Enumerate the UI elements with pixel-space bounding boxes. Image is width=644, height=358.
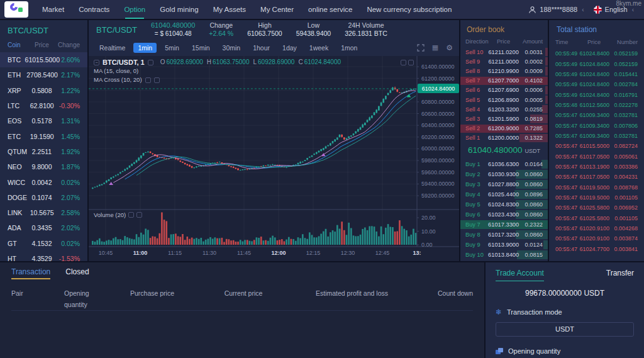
timeframe-30min[interactable]: 30min xyxy=(218,43,245,53)
market-row[interactable]: LTC62.8100-0.30% xyxy=(0,98,87,113)
trade-row: 00:55:4761017.05000.005061 xyxy=(549,151,644,161)
pane-tool-icon[interactable] xyxy=(408,60,414,65)
tab-transaction[interactable]: Transaction xyxy=(11,267,50,279)
legend-tool-icon[interactable] xyxy=(148,60,153,65)
timeframe-Realtime[interactable]: Realtime xyxy=(95,43,130,53)
positions-panel: TransactionClosed Pair Opening quantity … xyxy=(0,262,484,358)
volume-close-icon[interactable] xyxy=(136,212,142,218)
sell-order-row[interactable]: Sell 761207.70000.4102 xyxy=(460,76,548,86)
col-price[interactable]: Price xyxy=(31,42,52,48)
timeframe-1week[interactable]: 1week xyxy=(305,43,333,53)
coin-change: 2.58% xyxy=(54,209,80,216)
timeframe-5min[interactable]: 5min xyxy=(160,43,184,53)
trade-time: 00:55:47 xyxy=(555,133,579,139)
nav-item-new-currency-subscription[interactable]: New currency subscription xyxy=(367,0,452,19)
buy-order-row[interactable]: Buy 761017.33000.2322 xyxy=(460,220,548,230)
market-row[interactable]: DOGE0.10742.07% xyxy=(0,190,87,205)
coin-price: 0.5808 xyxy=(31,87,52,94)
trades-header: Time Price Number xyxy=(549,38,644,48)
sell-order-row[interactable]: Sell 261200.90000.7285 xyxy=(460,124,548,133)
pane-tool-icon[interactable] xyxy=(401,60,406,65)
nav-item-option[interactable]: Option xyxy=(124,0,145,19)
market-row[interactable]: NEO9.80001.87% xyxy=(0,159,87,174)
market-row[interactable]: WICC0.00420.02% xyxy=(0,174,87,189)
buy-order-row[interactable]: Buy 361027.88000.0860 xyxy=(460,179,548,189)
sell-order-row[interactable]: Sell 1061211.02000.0031 xyxy=(460,47,548,57)
order-price: 61211.0000 xyxy=(488,59,518,65)
market-row[interactable]: GT4.15320.02% xyxy=(0,236,87,251)
trade-number: 0.015441 xyxy=(609,71,638,77)
sell-order-row[interactable]: Sell 161200.00000.1322 xyxy=(460,133,548,143)
indicator-icon[interactable]: ▦ xyxy=(432,43,438,52)
trade-number: 0.082724 xyxy=(609,143,638,149)
buy-order-row[interactable]: Buy 1061013.84000.0815 xyxy=(460,250,548,260)
mode-select-button[interactable]: USDT xyxy=(496,322,634,337)
buy-order-row[interactable]: Buy 161036.63000.0164 xyxy=(460,159,548,169)
timeframe-15min[interactable]: 15min xyxy=(187,43,214,53)
trade-number: 0.016791 xyxy=(609,92,638,98)
buy-order-row[interactable]: Buy 461025.44000.0896 xyxy=(460,189,548,199)
nav-item-my-center[interactable]: My Center xyxy=(260,0,294,19)
col-change[interactable]: Change xyxy=(52,42,80,48)
nav-item-market[interactable]: Market xyxy=(42,0,64,19)
buy-order-row[interactable]: Buy 961013.90000.0124 xyxy=(460,240,548,250)
coin-price: 0.0042 xyxy=(31,179,52,186)
trade-price: 61009.3400 xyxy=(579,123,609,129)
col-coin[interactable]: Coin xyxy=(8,42,31,48)
sell-order-row[interactable]: Sell 961211.00000.0002 xyxy=(460,57,548,66)
market-row[interactable]: HT4.3529-1.53% xyxy=(0,251,87,261)
top-nav: MarketContractsOptionGold miningMy Asset… xyxy=(0,0,644,19)
language-chevron-icon[interactable]: ‹ xyxy=(632,6,634,13)
timeframe-1hour[interactable]: 1hour xyxy=(248,43,274,53)
buy-order-row[interactable]: Buy 861017.32000.0860 xyxy=(460,230,548,240)
nav-item-contracts[interactable]: Contracts xyxy=(79,0,109,19)
user-account[interactable]: 188****8888 xyxy=(540,6,577,13)
chart-area[interactable]: − BTC/USDT, 1 O60928.69000H61063.75000L6… xyxy=(89,56,459,261)
market-row[interactable]: BTC61015.50002.60% xyxy=(0,52,87,67)
ma-settings-icon[interactable] xyxy=(145,77,151,83)
market-row[interactable]: QTUM2.25111.92% xyxy=(0,144,87,159)
market-row[interactable]: ETC19.15901.45% xyxy=(0,128,87,143)
trade-number: 0.004268 xyxy=(609,225,638,232)
sell-order-row[interactable]: Sell 561206.89000.0005 xyxy=(460,95,548,104)
buy-order-row[interactable]: Buy 261030.93000.0860 xyxy=(460,169,548,179)
market-row[interactable]: LINK10.56752.58% xyxy=(0,205,87,220)
nav-item-my-assets[interactable]: My Assets xyxy=(213,0,246,19)
market-list: BTC61015.50002.60%ETH2708.54002.17%XRP0.… xyxy=(0,52,87,261)
timeframe-1mon[interactable]: 1mon xyxy=(336,43,362,53)
ma-close-icon[interactable] xyxy=(154,77,160,83)
trade-price: 61024.8400 xyxy=(579,92,609,98)
fullscreen-icon[interactable] xyxy=(417,44,425,52)
market-row[interactable]: XRP0.58081.22% xyxy=(0,83,87,98)
sell-order-row[interactable]: Sell 461203.32000.0255 xyxy=(460,104,548,114)
volume-settings-icon[interactable] xyxy=(128,212,134,218)
divider xyxy=(11,310,473,311)
buy-order-row[interactable]: Buy 661023.43000.0860 xyxy=(460,210,548,220)
market-row[interactable]: ADA0.34352.02% xyxy=(0,220,87,235)
user-chevron-icon[interactable]: ‹ xyxy=(582,6,584,13)
transfer-button[interactable]: Transfer xyxy=(606,269,634,277)
sell-order-row[interactable]: Sell 661207.69000.0006 xyxy=(460,86,548,95)
market-row[interactable]: ETH2708.54002.17% xyxy=(0,67,87,82)
tab-closed[interactable]: Closed xyxy=(65,267,89,279)
sell-order-row[interactable]: Sell 361201.59000.0819 xyxy=(460,114,548,123)
candlestick-chart[interactable]: 61400.0000061200.0000061000.0000060800.0… xyxy=(89,56,459,260)
timeframe-1day[interactable]: 1day xyxy=(278,43,301,53)
settings-gear-icon[interactable]: ⚙ xyxy=(446,43,453,52)
app-logo-icon[interactable] xyxy=(4,1,28,18)
collapse-icon[interactable]: − xyxy=(94,60,99,65)
sell-order-row[interactable]: Sell 861210.99000.0009 xyxy=(460,66,548,76)
nav-item-gold-mining[interactable]: Gold mining xyxy=(160,0,198,19)
coin-name: HT xyxy=(8,255,31,261)
trade-account-panel: Trade Account Transfer 99678.00000000 US… xyxy=(486,262,644,358)
market-row[interactable]: EOS0.51781.31% xyxy=(0,113,87,128)
depth-bar xyxy=(545,67,548,75)
chart-pair: BTC/USDT xyxy=(96,25,137,35)
svg-text:13:: 13: xyxy=(413,250,421,256)
timeframe-1min[interactable]: 1min xyxy=(133,43,157,53)
trade-price: 61024.8400 xyxy=(579,71,609,77)
buy-order-row[interactable]: Buy 561024.83000.0860 xyxy=(460,199,548,210)
volume-block: 24H Volume 326.1831 BTC xyxy=(345,21,387,38)
nav-item-online-service[interactable]: online service xyxy=(308,0,352,19)
trade-account-tab[interactable]: Trade Account xyxy=(496,269,544,281)
